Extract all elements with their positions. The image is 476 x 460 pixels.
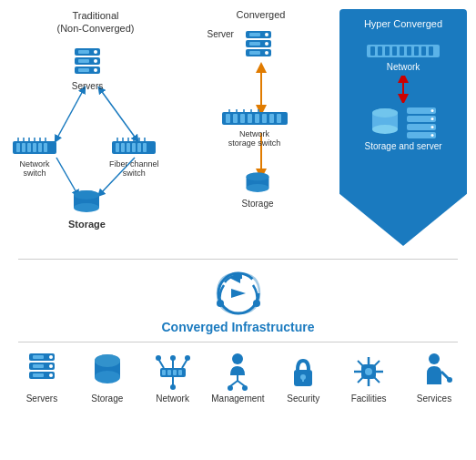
converged-diagram: Server [202,24,320,215]
svg-rect-75 [385,46,390,56]
svg-point-85 [372,125,398,134]
svg-rect-124 [173,370,177,375]
svg-rect-10 [78,50,89,54]
svg-rect-80 [421,46,426,56]
services-label: Services [417,394,451,404]
svg-rect-17 [33,143,36,152]
svg-point-105 [49,373,53,377]
management-icon-wrap [218,352,258,392]
svg-rect-28 [121,143,125,152]
svg-rect-77 [400,46,404,56]
svg-rect-57 [240,114,245,123]
svg-line-129 [238,381,245,386]
svg-rect-30 [132,143,136,152]
trad-server: Servers [71,46,104,91]
conv-storage-label: Storage [242,199,274,209]
network-label: Network [156,394,189,404]
fiber-switch-label: Fiber channelswitch [109,159,159,178]
svg-rect-29 [127,143,130,152]
svg-point-103 [49,355,53,359]
bottom-facilities: Facilities [339,352,398,404]
svg-rect-11 [78,59,89,63]
svg-rect-61 [269,114,274,123]
svg-point-48 [265,33,268,36]
svg-point-8 [94,59,97,63]
svg-line-2 [56,158,77,194]
svg-rect-32 [143,143,147,152]
storage-icon-wrap [87,352,127,392]
svg-rect-73 [370,46,375,56]
traditional-block: Traditional(Non-Converged) [9,9,182,230]
bottom-network: Network [144,352,202,404]
converged-block: Converged Server [202,9,320,215]
trad-servers-label: Servers [72,81,103,91]
servers-label: Servers [26,394,57,404]
storage-icon-svg [87,352,127,392]
svg-rect-14 [16,143,20,152]
svg-line-1 [100,89,137,139]
traditional-title: Traditional(Non-Converged) [57,9,135,36]
hyper-storage-server: Storage and server [364,107,441,151]
security-label: Security [287,394,319,404]
svg-point-104 [49,364,53,368]
svg-rect-51 [249,33,260,36]
svg-point-71 [247,173,269,181]
hyper-arrow [394,76,412,103]
svg-line-0 [56,89,84,139]
svg-rect-76 [392,46,397,56]
svg-rect-53 [249,51,260,55]
svg-rect-15 [22,143,25,152]
security-icon-svg [283,352,323,392]
hyper-title: Hyper Converged [364,18,442,29]
facilities-icon-wrap [349,352,389,392]
management-icon-svg [218,352,258,392]
converged-title: Converged [237,9,286,20]
hyper-network-label: Network [387,62,420,72]
bottom-security: Security [274,352,332,404]
svg-rect-106 [33,355,44,359]
conv-server-icon [242,29,275,62]
network-switch-icon [13,138,56,158]
storage-label: Storage [91,394,123,404]
svg-line-146 [441,372,449,379]
network-switch-label: Networkswitch [19,159,49,178]
svg-rect-19 [44,143,47,152]
management-label: Management [211,394,264,404]
svg-rect-107 [33,364,44,368]
bottom-storage: Storage [78,352,137,404]
svg-line-142 [358,377,363,383]
network-icon-svg [153,352,193,392]
top-section: Traditional(Non-Converged) [0,0,476,255]
security-icon-wrap [283,352,323,392]
services-icon-wrap [414,352,454,392]
hyper-bg: Hyper Converged Network [339,9,467,246]
svg-rect-58 [248,114,252,123]
svg-rect-78 [407,46,411,56]
hyper-storage-icon [369,107,401,139]
svg-marker-99 [231,289,246,298]
fiber-switch-icon [112,138,156,158]
svg-rect-18 [38,143,42,152]
traditional-diagram: Servers [9,39,182,230]
svg-point-130 [228,385,233,391]
ci-logo [209,269,268,318]
svg-rect-12 [78,68,89,72]
svg-rect-134 [302,377,304,382]
facilities-label: Facilities [351,394,387,404]
svg-point-144 [365,368,372,375]
svg-point-86 [372,108,398,118]
hyper-storage-server-label: Storage and server [364,141,441,151]
svg-line-143 [374,377,380,383]
svg-rect-59 [255,114,259,123]
svg-line-128 [230,381,238,386]
svg-point-120 [185,355,190,361]
hyper-converged-block: Hyper Converged Network [339,9,467,246]
svg-point-49 [265,42,268,46]
conv-switch-label: Networkstorage switch [228,129,281,148]
trad-network-switch: Networkswitch [13,138,56,178]
conv-storage-icon [243,171,272,197]
hyper-switch-icon [367,42,440,60]
bottom-servers: Servers [13,352,71,404]
svg-line-141 [374,361,380,366]
svg-rect-74 [378,46,382,56]
